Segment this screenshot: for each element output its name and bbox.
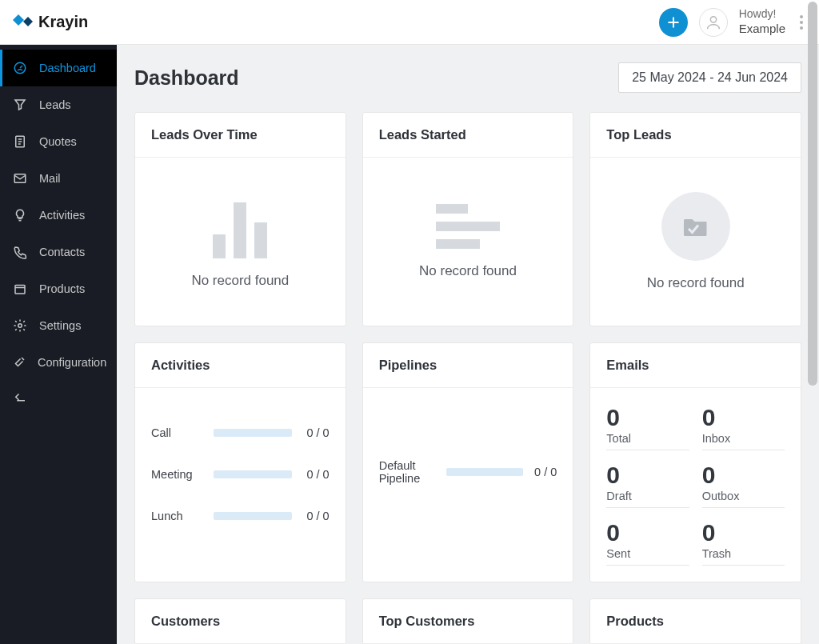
activity-label: Meeting: [151, 468, 199, 481]
sidebar-item-label: Quotes: [39, 135, 77, 148]
email-label: Total: [606, 432, 689, 445]
app-logo[interactable]: Krayin: [13, 13, 88, 31]
card-leads-started: Leads Started No record found: [362, 112, 574, 326]
card-leads-over-time: Leads Over Time No record found: [134, 112, 346, 326]
vertical-scrollbar[interactable]: [808, 2, 817, 386]
empty-bar-chart-icon: [213, 194, 267, 258]
sidebar-item-mail[interactable]: Mail: [0, 160, 117, 197]
sidebar-item-contacts[interactable]: Contacts: [0, 234, 117, 270]
no-record-text: No record found: [419, 263, 517, 279]
krayin-logo-icon: [13, 14, 34, 30]
add-button[interactable]: [659, 8, 688, 37]
email-value: 0: [606, 462, 689, 488]
card-title: Customers: [135, 599, 346, 644]
dashboard-icon: [12, 61, 28, 75]
sidebar-item-quotes[interactable]: Quotes: [0, 123, 117, 160]
svg-point-4: [710, 16, 716, 22]
card-customers: Customers: [134, 598, 346, 644]
phone-icon: [12, 245, 28, 259]
sidebar-collapse-toggle[interactable]: [0, 381, 117, 418]
card-top-leads: Top Leads No record found: [589, 112, 801, 326]
progress-bar: [446, 468, 523, 476]
sidebar-item-products[interactable]: Products: [0, 270, 117, 307]
svg-marker-0: [13, 14, 24, 26]
sidebar-item-label: Leads: [39, 98, 71, 111]
svg-point-13: [18, 324, 22, 328]
card-activities: Activities Call 0 / 0 Meeting 0 / 0: [134, 342, 346, 582]
box-icon: [12, 282, 28, 296]
page-title: Dashboard: [134, 66, 239, 90]
email-label: Inbox: [702, 432, 785, 445]
sidebar-item-configuration[interactable]: Configuration: [0, 344, 117, 381]
sidebar-item-label: Mail: [39, 172, 61, 185]
progress-bar: [214, 429, 292, 437]
sidebar: Dashboard Leads Quotes: [0, 45, 117, 644]
mail-icon: [12, 171, 28, 186]
greeting-text: Howdy!: [739, 7, 785, 22]
email-value: 0: [702, 519, 785, 546]
wrench-icon: [12, 355, 26, 370]
pipeline-count: 0 / 0: [534, 466, 557, 478]
sidebar-item-label: Dashboard: [39, 62, 96, 74]
email-stat-outbox: 0 Outbox: [702, 462, 785, 508]
gear-icon: [12, 318, 28, 333]
lightbulb-icon: [12, 208, 28, 222]
card-title: Top Customers: [363, 599, 573, 644]
sidebar-item-label: Settings: [39, 319, 81, 332]
no-record-text: No record found: [191, 273, 289, 289]
sidebar-item-dashboard[interactable]: Dashboard: [0, 50, 117, 86]
activity-label: Call: [151, 426, 199, 439]
pipeline-label: Default Pipeline: [379, 459, 435, 485]
email-stat-total: 0 Total: [606, 404, 689, 450]
card-title: Activities: [135, 343, 346, 388]
sidebar-item-settings[interactable]: Settings: [0, 307, 117, 344]
header-right: Howdy! Example: [659, 7, 806, 36]
card-title: Top Leads: [590, 113, 801, 158]
sidebar-item-label: Products: [39, 282, 85, 295]
progress-bar: [214, 512, 292, 520]
main-content: Dashboard 25 May 2024 - 24 Jun 2024 Lead…: [117, 45, 819, 644]
progress-bar: [214, 470, 292, 478]
activity-row-lunch: Lunch 0 / 0: [151, 510, 330, 522]
svg-rect-11: [15, 286, 25, 294]
card-title: Leads Started: [363, 113, 573, 158]
card-products: Products: [589, 598, 801, 644]
sidebar-item-activities[interactable]: Activities: [0, 197, 117, 234]
sidebar-item-leads[interactable]: Leads: [0, 86, 117, 123]
activity-count: 0 / 0: [306, 426, 329, 439]
email-label: Draft: [606, 490, 689, 502]
app-logo-text: Krayin: [38, 13, 88, 31]
card-title: Pipelines: [363, 343, 573, 388]
app-header: Krayin Howdy! Example: [0, 0, 819, 45]
date-range-picker[interactable]: 25 May 2024 - 24 Jun 2024: [618, 62, 801, 93]
no-record-text: No record found: [647, 275, 745, 291]
svg-marker-1: [23, 17, 33, 26]
document-icon: [12, 134, 28, 149]
empty-list-icon: [436, 204, 500, 249]
card-top-customers: Top Customers: [362, 598, 574, 644]
card-title: Emails: [590, 343, 801, 388]
email-label: Trash: [702, 547, 785, 560]
activity-count: 0 / 0: [306, 468, 329, 481]
kebab-menu-icon[interactable]: [797, 12, 806, 33]
card-title: Products: [590, 599, 801, 644]
sidebar-item-label: Activities: [39, 209, 85, 222]
email-label: Sent: [606, 547, 689, 560]
email-stat-trash: 0 Trash: [702, 519, 785, 566]
email-stat-draft: 0 Draft: [606, 462, 689, 508]
funnel-icon: [12, 98, 28, 112]
email-label: Outbox: [702, 490, 785, 502]
user-name: Example: [739, 22, 785, 37]
sidebar-item-label: Configuration: [38, 356, 106, 369]
email-stat-inbox: 0 Inbox: [702, 404, 785, 450]
user-greeting: Howdy! Example: [739, 7, 785, 36]
activity-row-call: Call 0 / 0: [151, 426, 330, 439]
card-title: Leads Over Time: [135, 113, 346, 158]
empty-folder-icon: [661, 192, 730, 261]
card-pipelines: Pipelines Default Pipeline 0 / 0: [362, 342, 574, 582]
email-value: 0: [606, 404, 689, 430]
activity-label: Lunch: [151, 510, 199, 522]
email-value: 0: [606, 519, 689, 546]
email-value: 0: [702, 462, 785, 488]
user-avatar[interactable]: [699, 8, 728, 37]
